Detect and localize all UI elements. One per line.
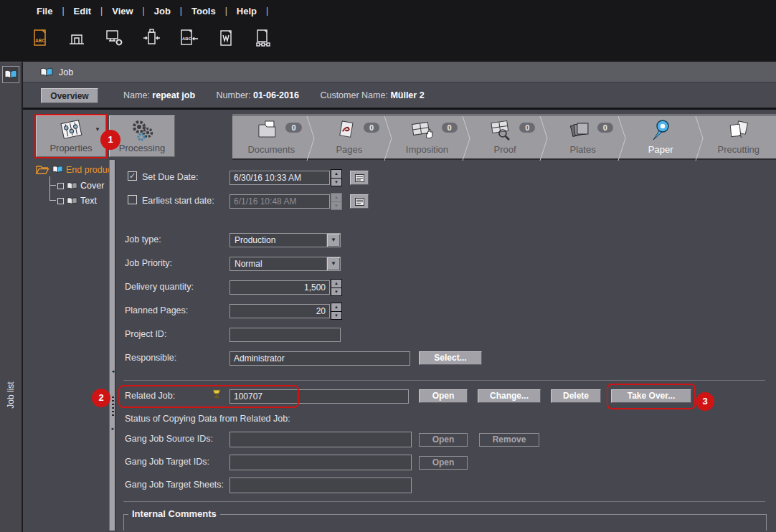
menu-file[interactable]: File	[27, 6, 62, 16]
step-proof-label: Proof	[466, 144, 544, 155]
gang-sheets-field[interactable]	[230, 478, 412, 493]
process-step-strip: 0 Documents 0 Pages	[232, 114, 776, 160]
gang-target-field[interactable]	[230, 455, 412, 470]
menu-view[interactable]: View	[103, 6, 142, 16]
step-paper-label: Paper	[622, 144, 700, 155]
tree-item-text[interactable]: Text	[57, 196, 97, 206]
menu-job[interactable]: Job	[145, 6, 180, 16]
related-job-highlight	[118, 385, 299, 408]
project-id-label: Project ID:	[125, 329, 166, 339]
splitter-expand-icon[interactable]: ►	[110, 427, 116, 431]
splitter-grip[interactable]	[112, 396, 114, 417]
calendar-icon	[355, 198, 364, 206]
plates-count-badge: 0	[597, 123, 613, 133]
document-abc-icon[interactable]: ABC	[29, 27, 50, 49]
project-id-field[interactable]	[230, 328, 341, 342]
output-device-icon[interactable]	[141, 27, 162, 49]
select-button[interactable]: Select...	[419, 351, 482, 365]
top-chrome: File| Edit| View| Job| Tools| Help| ABC	[0, 0, 776, 62]
paper-icon	[649, 118, 672, 146]
calendar-icon	[355, 174, 364, 182]
related-delete-button[interactable]: Delete	[551, 389, 601, 403]
pages-icon	[334, 118, 357, 144]
take-over-highlight	[607, 384, 696, 409]
dropdown-arrow-icon[interactable]: ▼	[326, 257, 340, 270]
spin-down-icon[interactable]: ▼	[331, 179, 341, 186]
step-plates-label: Plates	[544, 144, 622, 155]
job-header: Overview Name: repeat job Number: 01-06-…	[23, 82, 776, 110]
earliest-start-checkbox[interactable]	[128, 195, 137, 204]
properties-pane: ▼ Properties 1 Processing	[23, 110, 776, 531]
spin-down-icon: ▼	[331, 202, 341, 210]
spin-down-icon[interactable]: ▼	[331, 288, 341, 296]
tree-item-cover-label: Cover	[80, 181, 104, 191]
earliest-start-field[interactable]: 6/1/16 10:48 AM	[230, 194, 330, 209]
step-precutting-label: Precutting	[699, 144, 776, 155]
name-value: repeat job	[152, 90, 195, 100]
document-rename-icon[interactable]: ABC	[178, 27, 199, 49]
number-value: 01-06-2016	[253, 90, 299, 100]
overview-button[interactable]: Overview	[41, 88, 98, 103]
menu-help[interactable]: Help	[227, 6, 266, 16]
tree-item-end-product[interactable]: End product	[36, 164, 114, 175]
responsible-label: Responsible:	[125, 353, 176, 363]
step-separator	[461, 116, 471, 163]
tab-properties[interactable]: ▼ Properties	[36, 115, 106, 157]
job-list-button[interactable]	[2, 66, 19, 83]
spin-up-icon[interactable]: ▲	[331, 170, 341, 178]
due-date-spinner[interactable]: ▲▼	[331, 169, 342, 186]
job-type-select[interactable]: Production ▼	[230, 233, 341, 247]
menu-tools[interactable]: Tools	[182, 6, 225, 16]
panel-splitter[interactable]: ◄ ►	[109, 160, 115, 531]
cover-checkbox[interactable]	[57, 183, 64, 189]
delivery-quantity-spinner[interactable]: ▲▼	[331, 279, 342, 296]
due-date-calendar-button[interactable]	[350, 171, 369, 185]
internal-comments-title: Internal Comments	[128, 508, 220, 519]
window-titlebar: Job	[23, 62, 776, 82]
job-priority-select[interactable]: Normal ▼	[230, 257, 341, 271]
print-queue-icon[interactable]	[66, 27, 87, 49]
planned-pages-field[interactable]: 20	[230, 304, 330, 318]
computer-settings-icon[interactable]	[103, 27, 125, 49]
gang-source-field[interactable]	[230, 432, 412, 447]
step-proof[interactable]: 0 Proof	[466, 116, 544, 158]
step-imposition[interactable]: 0 Imposition	[388, 116, 466, 158]
earliest-start-spinner: ▲▼	[331, 193, 342, 210]
splitter-collapse-icon[interactable]: ◄	[110, 369, 116, 374]
documents-count-badge: 0	[285, 123, 301, 133]
set-due-date-label: Set Due Date:	[142, 172, 199, 182]
delivery-quantity-field[interactable]: 1,500	[230, 280, 330, 295]
spin-up-icon[interactable]: ▲	[331, 280, 341, 288]
related-change-button[interactable]: Change...	[478, 389, 541, 403]
imposition-icon	[410, 118, 436, 144]
internal-comments-group: Internal Comments	[123, 514, 767, 531]
step-documents-label: Documents	[232, 144, 311, 155]
svg-text:ABC: ABC	[182, 37, 192, 41]
tree-item-cover[interactable]: Cover	[57, 181, 104, 191]
step-pages[interactable]: 0 Pages	[311, 116, 389, 158]
text-checkbox[interactable]	[57, 198, 64, 204]
step-plates[interactable]: 0 Plates	[544, 116, 622, 158]
job-type-label: Job type:	[125, 234, 161, 244]
customer-value: Müller 2	[390, 90, 424, 100]
spin-down-icon[interactable]: ▼	[331, 312, 341, 320]
document-report-icon[interactable]	[215, 27, 237, 49]
document-workflow-icon[interactable]	[252, 27, 274, 49]
responsible-field[interactable]: Administrator	[230, 351, 410, 366]
spin-up-icon[interactable]: ▲	[331, 303, 341, 311]
step-separator	[383, 116, 393, 163]
earliest-start-calendar-button[interactable]	[350, 194, 369, 209]
step-documents[interactable]: 0 Documents	[232, 116, 311, 158]
set-due-date-checkbox[interactable]: ✓	[128, 171, 137, 181]
due-date-field[interactable]: 6/30/16 10:33 AM	[230, 171, 330, 185]
dropdown-arrow-icon[interactable]: ▼	[326, 234, 340, 247]
number-label: Number:	[217, 90, 251, 100]
job-list-vertical-label[interactable]: Job list	[6, 381, 16, 408]
step-paper[interactable]: Paper	[622, 116, 700, 158]
planned-pages-spinner[interactable]: ▲▼	[331, 303, 342, 320]
step-precutting[interactable]: Precutting	[699, 116, 776, 158]
step-separator	[694, 116, 704, 163]
menu-edit[interactable]: Edit	[65, 6, 101, 16]
properties-menu-caret[interactable]: ▼	[95, 126, 100, 133]
related-open-button[interactable]: Open	[419, 389, 468, 403]
